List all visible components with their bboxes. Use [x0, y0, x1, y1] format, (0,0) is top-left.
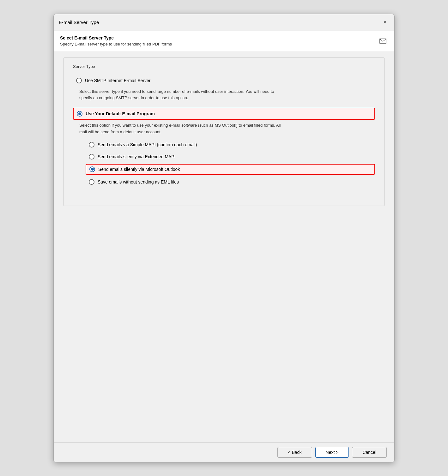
extended-mapi-label: Send emails silently via Extended MAPI — [98, 154, 176, 159]
ms-outlook-radio[interactable] — [89, 166, 95, 172]
content-area: Server Type Use SMTP Internet E-mail Ser… — [54, 51, 394, 442]
close-button[interactable]: × — [380, 18, 389, 27]
default-label: Use Your Default E-mail Program — [86, 111, 155, 116]
header-section: Select E-mail Server Type Specify E-mail… — [54, 31, 394, 51]
simple-mapi-row[interactable]: Send emails via Simple MAPI (confirm eac… — [86, 140, 375, 149]
header-subheading: Specify E-mail server type to use for se… — [60, 42, 172, 46]
default-option-block: Use Your Default E-mail Program Select t… — [73, 108, 375, 187]
next-button[interactable]: Next > — [315, 447, 349, 458]
smtp-label: Use SMTP Internet E-mail Server — [85, 78, 150, 83]
group-label: Server Type — [73, 64, 375, 69]
ms-outlook-label: Send emails silently via Microsoft Outlo… — [98, 167, 180, 172]
extended-mapi-row[interactable]: Send emails silently via Extended MAPI — [86, 152, 375, 161]
simple-mapi-label: Send emails via Simple MAPI (confirm eac… — [98, 142, 197, 147]
eml-radio[interactable] — [89, 179, 94, 185]
ms-outlook-row[interactable]: Send emails silently via Microsoft Outlo… — [86, 164, 375, 175]
simple-mapi-radio[interactable] — [89, 142, 94, 148]
extended-mapi-radio[interactable] — [89, 154, 94, 160]
title-bar: E-mail Server Type × — [54, 14, 394, 31]
server-type-group: Server Type Use SMTP Internet E-mail Ser… — [63, 57, 385, 206]
footer: < Back Next > Cancel — [54, 442, 394, 462]
mail-icon — [378, 36, 388, 46]
dialog-title: E-mail Server Type — [59, 20, 99, 25]
eml-label: Save emails without sending as EML files — [98, 179, 179, 184]
smtp-radio[interactable] — [76, 78, 82, 83]
default-description: Select this option if you want to use yo… — [79, 122, 282, 136]
eml-row[interactable]: Save emails without sending as EML files — [86, 177, 375, 187]
default-radio-row[interactable]: Use Your Default E-mail Program — [73, 108, 375, 120]
smtp-radio-row[interactable]: Use SMTP Internet E-mail Server — [73, 75, 375, 86]
smtp-option-block: Use SMTP Internet E-mail Server Select t… — [73, 75, 375, 102]
email-server-type-dialog: E-mail Server Type × Select E-mail Serve… — [53, 14, 395, 462]
default-radio[interactable] — [77, 111, 82, 117]
back-button[interactable]: < Back — [277, 447, 312, 458]
header-text: Select E-mail Server Type Specify E-mail… — [60, 35, 172, 46]
sub-options: Send emails via Simple MAPI (confirm eac… — [86, 140, 375, 187]
header-heading: Select E-mail Server Type — [60, 35, 172, 40]
cancel-button[interactable]: Cancel — [352, 447, 387, 458]
smtp-description: Select this server type if you need to s… — [79, 88, 282, 102]
